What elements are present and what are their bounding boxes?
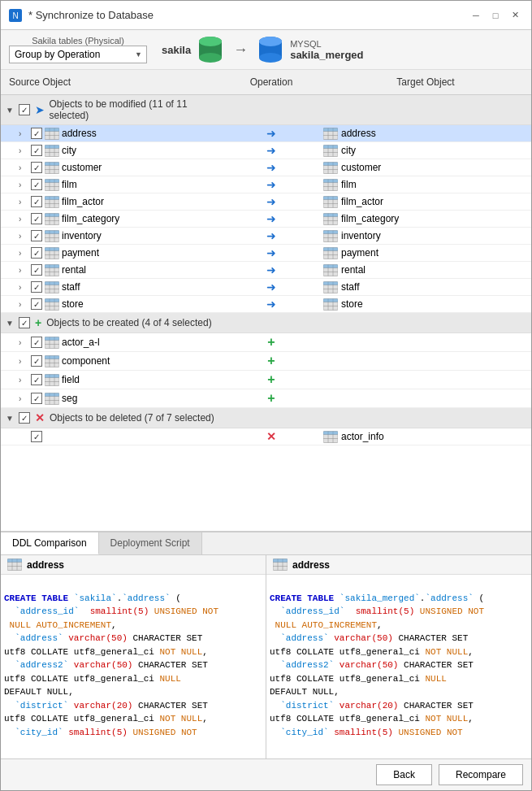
table-row[interactable]: › ✓ payment ➜ payment (1, 245, 531, 262)
maximize-button[interactable]: □ (487, 7, 504, 24)
expand-arrow[interactable]: › (19, 180, 28, 189)
expand-arrow[interactable]: › (19, 283, 28, 292)
right-pane-content[interactable]: CREATE TABLE `sakila_merged`.`address` (… (266, 575, 531, 758)
target-table-icon (323, 431, 338, 443)
expand-arrow[interactable]: › (19, 129, 28, 138)
expand-arrow[interactable]: › (19, 146, 28, 155)
recompare-button[interactable]: Recompare (439, 764, 523, 785)
group-modify-label: Objects to be modified (11 of 11 selecte… (50, 98, 223, 121)
group-dropdown-wrapper[interactable]: Group by Operation Group by Type (9, 46, 147, 63)
minimize-button[interactable]: ─ (468, 7, 484, 24)
back-button[interactable]: Back (376, 764, 432, 785)
tree-area[interactable]: ▼ ✓ ➤ Objects to be modified (11 of 11 s… (1, 95, 531, 531)
tab-deployment-script[interactable]: Deployment Script (99, 532, 202, 554)
expand-arrow[interactable]: › (19, 357, 28, 366)
table-row[interactable]: › ✓ inventory ➜ inventory (1, 228, 531, 245)
op-arrow-icon: ➜ (266, 127, 276, 140)
group-create-checkbox[interactable]: ✓ (19, 317, 30, 328)
table-row[interactable]: › ✓ film_actor ➜ film_actor (1, 193, 531, 211)
table-row[interactable]: › ✓ seg + (1, 389, 531, 408)
group-delete[interactable]: ▼ ✓ ✕ Objects to be deleted (7 of 7 sele… (1, 408, 531, 428)
item-checkbox[interactable]: ✓ (31, 281, 42, 293)
table-row[interactable]: › ✓ customer ➜ customer (1, 159, 531, 176)
close-button[interactable]: ✕ (507, 7, 523, 24)
item-checkbox[interactable]: ✓ (31, 162, 42, 173)
target-table-icon (323, 145, 338, 157)
svg-rect-183 (273, 559, 288, 563)
table-icon (45, 145, 59, 157)
table-row[interactable]: › ✓ film_category ➜ film_category (1, 211, 531, 228)
item-source-label: film (62, 179, 77, 190)
table-row[interactable]: › ✓ store ➜ store (1, 296, 531, 313)
expand-create-arrow[interactable]: ▼ (6, 319, 15, 328)
item-checkbox[interactable]: ✓ (31, 431, 42, 442)
expand-arrow[interactable]: › (19, 163, 28, 172)
table-row[interactable]: › ✓ city ➜ city (1, 142, 531, 159)
target-table-icon (323, 247, 338, 259)
expand-arrow[interactable]: › (19, 198, 28, 206)
expand-arrow[interactable]: › (19, 232, 28, 241)
item-source-label: inventory (62, 230, 102, 241)
group-dropdown[interactable]: Group by Operation Group by Type (9, 46, 147, 63)
table-row[interactable]: › ✓ staff ➜ staff (1, 279, 531, 296)
op-arrow-icon: ➜ (266, 229, 276, 242)
table-row[interactable]: › ✓ rental ➜ rental (1, 262, 531, 279)
item-checkbox[interactable]: ✓ (31, 128, 42, 139)
table-icon (45, 179, 59, 191)
item-checkbox[interactable]: ✓ (31, 298, 42, 310)
svg-rect-57 (323, 179, 338, 182)
item-checkbox[interactable]: ✓ (31, 264, 42, 276)
left-pane-content[interactable]: CREATE TABLE `sakila`.`address` ( `addre… (1, 575, 266, 758)
expand-arrow[interactable]: › (19, 266, 28, 275)
expand-arrow[interactable]: › (19, 249, 28, 258)
expand-modify-arrow[interactable]: ▼ (6, 106, 15, 115)
group-modify-checkbox[interactable]: ✓ (19, 104, 30, 115)
toolbar: Sakila tables (Physical) Group by Operat… (1, 30, 531, 70)
item-source-label: component (62, 355, 110, 367)
target-db-name: sakila_merged (290, 49, 363, 61)
table-row[interactable]: › ✓ ✕ actor_info (1, 428, 531, 445)
item-target-label: film_category (341, 213, 399, 224)
group-modify[interactable]: ▼ ✓ ➤ Objects to be modified (11 of 11 s… (1, 95, 531, 125)
table-row[interactable]: › ✓ film ➜ film (1, 176, 531, 193)
svg-point-5 (199, 37, 222, 46)
item-target-label: address (341, 128, 376, 139)
table-icon (45, 374, 59, 386)
table-row[interactable]: › ✓ address ➜ address (1, 125, 531, 142)
item-checkbox[interactable]: ✓ (31, 355, 42, 367)
item-checkbox[interactable]: ✓ (31, 196, 42, 207)
table-row[interactable]: › ✓ component + (1, 352, 531, 371)
item-source-label: address (62, 128, 97, 139)
group-delete-checkbox[interactable]: ✓ (19, 412, 30, 424)
table-row[interactable]: › ✓ actor_a-l + (1, 333, 531, 352)
item-checkbox[interactable]: ✓ (31, 247, 42, 259)
expand-arrow[interactable]: › (19, 338, 28, 347)
item-checkbox[interactable]: ✓ (31, 337, 42, 348)
item-checkbox[interactable]: ✓ (31, 213, 42, 224)
item-checkbox[interactable]: ✓ (31, 145, 42, 156)
expand-arrow[interactable]: › (19, 394, 28, 403)
target-table-icon (323, 230, 338, 242)
expand-delete-arrow[interactable]: ▼ (6, 414, 15, 423)
svg-rect-15 (45, 128, 59, 131)
item-source-label: actor_a-l (62, 337, 100, 348)
group-create[interactable]: ▼ ✓ + Objects to be created (4 of 4 sele… (1, 313, 531, 333)
tab-ddl-comparison[interactable]: DDL Comparison (1, 532, 99, 554)
item-target-label: actor_info (341, 431, 384, 442)
item-checkbox[interactable]: ✓ (31, 374, 42, 385)
svg-rect-99 (45, 247, 59, 250)
svg-rect-111 (45, 264, 59, 267)
item-checkbox[interactable]: ✓ (31, 230, 42, 241)
expand-arrow[interactable]: › (19, 215, 28, 224)
item-target-label: payment (341, 247, 378, 259)
table-row[interactable]: › ✓ field + (1, 371, 531, 389)
group-create-label: Objects to be created (4 of 4 selected) (46, 317, 211, 328)
svg-rect-33 (323, 145, 338, 148)
item-checkbox[interactable]: ✓ (31, 179, 42, 190)
svg-rect-87 (45, 230, 59, 233)
svg-rect-159 (45, 374, 59, 377)
item-target-label: city (341, 145, 356, 156)
expand-arrow[interactable]: › (19, 300, 28, 309)
item-checkbox[interactable]: ✓ (31, 393, 42, 404)
expand-arrow[interactable]: › (19, 376, 28, 385)
